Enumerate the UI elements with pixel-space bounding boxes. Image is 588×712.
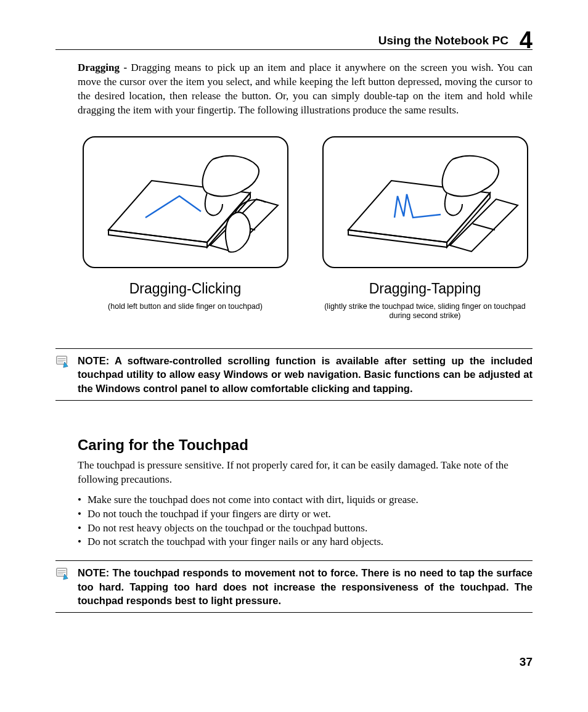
figure-title: Dragging-Clicking: [129, 280, 242, 297]
page-header: Using the Notebook PC 4: [55, 25, 533, 50]
touchpad-illustration-click: [83, 136, 288, 268]
figure-dragging-tapping: Dragging-Tapping (lightly strike the tou…: [317, 136, 533, 321]
chapter-number: 4: [520, 28, 533, 52]
list-item: Do not scratch the touchpad with your fi…: [78, 535, 533, 549]
list-item: Do not rest heavy objects on the touchpa…: [78, 522, 533, 536]
figures-row: Dragging-Clicking (hold left button and …: [55, 136, 533, 321]
dragging-body: Dragging means to pick up an item and pl…: [78, 62, 533, 116]
figure-dragging-clicking: Dragging-Clicking (hold left button and …: [78, 136, 293, 321]
note-scrolling: NOTE: A software-controlled scrolling fu…: [55, 348, 533, 401]
page-number: 37: [520, 655, 533, 669]
caring-intro: The touchpad is pressure sensitive. If n…: [78, 459, 533, 487]
svg-marker-1: [108, 230, 207, 247]
figure-caption: (lightly strike the touchpad twice, slid…: [324, 302, 527, 321]
touchpad-illustration-tap: [322, 136, 528, 268]
list-item: Do not touch the touchpad if your finger…: [78, 507, 533, 522]
figure-title: Dragging-Tapping: [369, 280, 481, 297]
svg-line-9: [473, 224, 495, 230]
section-title-caring: Caring for the Touchpad: [78, 436, 533, 454]
caring-bullets: Make sure the touchpad does not come int…: [78, 493, 533, 550]
header-title: Using the Notebook PC: [378, 34, 508, 47]
svg-marker-6: [348, 230, 447, 247]
dragging-lead: Dragging -: [78, 62, 131, 73]
note-icon: [55, 567, 69, 581]
list-item: Make sure the touchpad does not come int…: [78, 493, 533, 507]
figure-caption: (hold left button and slide finger on to…: [108, 302, 263, 312]
note-text: NOTE: A software-controlled scrolling fu…: [78, 354, 533, 395]
dragging-paragraph: Dragging - Dragging means to pick up an …: [55, 61, 533, 118]
note-icon: [55, 355, 69, 369]
note-pressure: NOTE: The touchpad responds to movement …: [55, 560, 533, 613]
note-text: NOTE: The touchpad responds to movement …: [78, 566, 533, 607]
